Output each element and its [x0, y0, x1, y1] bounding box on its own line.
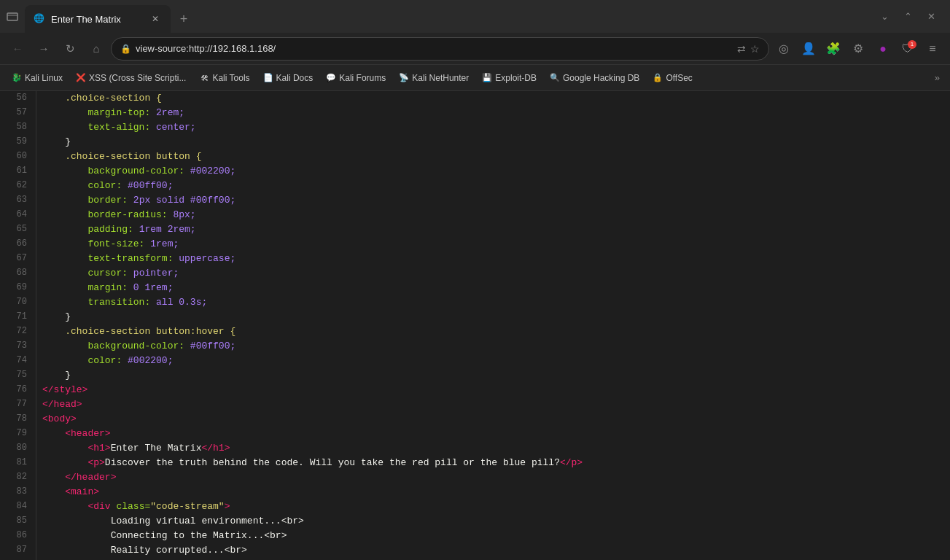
line-content: transition: all 0.3s; — [36, 295, 950, 310]
line-number: 72 — [0, 324, 36, 339]
addon-icon[interactable]: 🛡 1 — [896, 37, 919, 61]
source-line-56: 56 .choice-section { — [0, 91, 950, 106]
source-line-80: 80 <h1>Enter The Matrix</h1> — [0, 441, 950, 456]
bookmark-google-hacking[interactable]: 🔍 Google Hacking DB — [544, 70, 645, 86]
line-content: <main> — [36, 485, 950, 499]
bookmark-xss[interactable]: ❌ XSS (Cross Site Scripti... — [70, 70, 192, 86]
line-number: 83 — [0, 485, 36, 499]
line-content: font-size: 1rem; — [36, 237, 950, 252]
bookmark-kali-linux[interactable]: 🐉 Kali Linux — [6, 70, 69, 86]
source-line-67: 67 text-transform: uppercase; — [0, 252, 950, 266]
line-number: 60 — [0, 149, 36, 164]
source-line-82: 82 </header> — [0, 470, 950, 485]
minimize-button[interactable]: ⌄ — [874, 7, 895, 27]
line-content: color: #002200; — [36, 354, 950, 368]
line-content: border: 2px solid #00ff00; — [36, 193, 950, 208]
source-line-63: 63 border: 2px solid #00ff00; — [0, 193, 950, 208]
source-line-83: 83 <main> — [0, 485, 950, 499]
line-content: padding: 1rem 2rem; — [36, 222, 950, 237]
line-content: color: #00ff00; — [36, 179, 950, 193]
forward-button[interactable]: → — [32, 37, 55, 61]
star-icon[interactable]: ☆ — [750, 43, 760, 55]
source-line-78: 78<body> — [0, 412, 950, 427]
source-line-79: 79 <header> — [0, 427, 950, 441]
source-line-84: 84 <div class="code-stream"> — [0, 499, 950, 514]
line-number: 56 — [0, 91, 36, 106]
new-tab-button[interactable]: + — [171, 5, 197, 33]
line-content: text-align: center; — [36, 120, 950, 135]
tab-bar: 🌐 Enter The Matrix ✕ + — [25, 0, 865, 33]
tab-title: Enter The Matrix — [51, 14, 143, 25]
extensions-icon[interactable]: 🧩 — [822, 37, 845, 61]
source-line-69: 69 margin: 0 1rem; — [0, 281, 950, 295]
bookmarks-more-button[interactable]: » — [930, 69, 944, 86]
line-number: 76 — [0, 383, 36, 397]
source-line-61: 61 background-color: #002200; — [0, 164, 950, 179]
source-line-65: 65 padding: 1rem 2rem; — [0, 222, 950, 237]
line-number: 73 — [0, 339, 36, 354]
line-number: 67 — [0, 252, 36, 266]
source-line-60: 60 .choice-section button { — [0, 149, 950, 164]
address-bar[interactable]: 🔒 view-source:http://192.168.1.168/ ⇄ ☆ — [111, 37, 769, 61]
source-content[interactable]: 56 .choice-section {57 margin-top: 2rem;… — [0, 91, 950, 560]
bookmark-exploit-db[interactable]: 💾 Exploit-DB — [476, 70, 542, 86]
line-number: 82 — [0, 470, 36, 485]
line-content: <h1>Enter The Matrix</h1> — [36, 441, 950, 456]
source-line-86: 86 Connecting to the Matrix...<br> — [0, 529, 950, 543]
refresh-button[interactable]: ↻ — [58, 37, 82, 61]
line-number: 59 — [0, 135, 36, 149]
google-hacking-favicon: 🔍 — [550, 73, 560, 83]
source-line-59: 59 } — [0, 135, 950, 149]
line-content: Loading virtual environment...<br> — [36, 514, 950, 529]
line-number: 78 — [0, 412, 36, 427]
line-number: 69 — [0, 281, 36, 295]
source-line-87: 87 Reality corrupted...<br> — [0, 543, 950, 558]
source-line-68: 68 cursor: pointer; — [0, 266, 950, 281]
pocket-icon[interactable]: ◎ — [772, 37, 795, 61]
tab-favicon: 🌐 — [34, 13, 45, 25]
line-content: </header> — [36, 470, 950, 485]
active-tab[interactable]: 🌐 Enter The Matrix ✕ — [25, 5, 171, 33]
line-content: cursor: pointer; — [36, 266, 950, 281]
maximize-button[interactable]: ⌃ — [898, 7, 918, 27]
bookmark-xss-label: XSS (Cross Site Scripti... — [89, 73, 186, 83]
bookmark-kali-nethunter[interactable]: 📡 Kali NetHunter — [393, 70, 475, 86]
line-number: 74 — [0, 354, 36, 368]
tab-close-button[interactable]: ✕ — [149, 12, 162, 26]
line-number: 63 — [0, 193, 36, 208]
line-number: 71 — [0, 310, 36, 324]
back-button[interactable]: ← — [6, 37, 29, 61]
line-content: <p>Discover the truth behind the code. W… — [36, 456, 950, 470]
bookmark-kali-forums[interactable]: 💬 Kali Forums — [320, 70, 392, 86]
kali-docs-favicon: 📄 — [263, 73, 273, 83]
translate-icon[interactable]: ⇄ — [737, 43, 746, 55]
bookmark-kali-tools[interactable]: 🛠 Kali Tools — [193, 70, 255, 86]
line-content: .choice-section { — [36, 91, 950, 106]
line-content: <body> — [36, 412, 950, 427]
bookmark-offsec-label: OffSec — [666, 73, 692, 83]
svg-rect-0 — [7, 13, 17, 20]
source-line-64: 64 border-radius: 8px; — [0, 208, 950, 222]
line-number: 86 — [0, 529, 36, 543]
line-number: 58 — [0, 120, 36, 135]
source-viewer: 56 .choice-section {57 margin-top: 2rem;… — [0, 91, 950, 560]
addon-badge: 1 — [908, 40, 916, 49]
menu-icon[interactable]: ≡ — [921, 37, 944, 61]
line-content: Connecting to the Matrix...<br> — [36, 529, 950, 543]
settings-icon[interactable]: ⚙ — [846, 37, 870, 61]
profile-icon[interactable]: 👤 — [797, 37, 820, 61]
bookmark-offsec[interactable]: 🔒 OffSec — [647, 70, 698, 86]
source-line-85: 85 Loading virtual environment...<br> — [0, 514, 950, 529]
address-icons: ⇄ ☆ — [737, 43, 760, 55]
source-line-81: 81 <p>Discover the truth behind the code… — [0, 456, 950, 470]
line-content: Reality corrupted...<br> — [36, 543, 950, 558]
window-controls: ⌄ ⌃ ✕ — [865, 7, 950, 27]
bookmark-kali-docs[interactable]: 📄 Kali Docs — [257, 70, 319, 86]
bookmark-kali-linux-label: Kali Linux — [25, 73, 63, 83]
close-button[interactable]: ✕ — [921, 7, 941, 27]
home-button[interactable]: ⌂ — [85, 37, 108, 61]
address-text: view-source:http://192.168.1.168/ — [136, 43, 733, 54]
avatar-icon[interactable]: ● — [871, 37, 895, 61]
line-content: .choice-section button:hover { — [36, 324, 950, 339]
bookmark-kali-forums-label: Kali Forums — [339, 73, 386, 83]
